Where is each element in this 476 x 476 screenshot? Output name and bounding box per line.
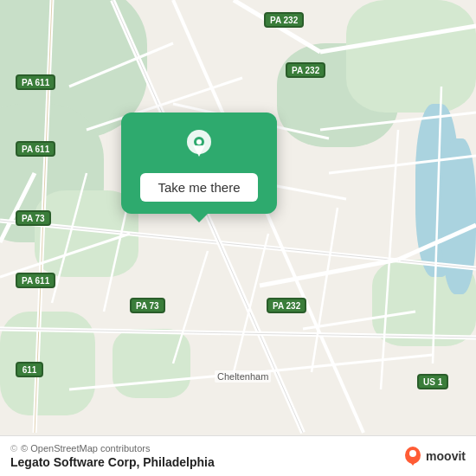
tooltip-card: Take me there <box>121 113 277 214</box>
take-me-there-button[interactable]: Take me there <box>140 173 257 202</box>
copyright-icon: © <box>10 443 17 453</box>
highway-shield-pa232-3: PA 232 <box>267 298 306 313</box>
green-area <box>346 0 476 113</box>
highway-shield-pa611-2: PA 611 <box>16 141 55 157</box>
bottom-bar: © © OpenStreetMap contributors Legato So… <box>0 435 476 476</box>
highway-shield-pa73-2: PA 73 <box>130 298 165 313</box>
highway-shield-us1: US 1 <box>417 374 448 389</box>
attribution: © © OpenStreetMap contributors <box>10 443 215 453</box>
highway-shield-611: 611 <box>16 362 43 377</box>
highway-shield-pa73-1: PA 73 <box>16 210 51 226</box>
map-container: PA 232 PA 232 PA 611 PA 611 PA 611 PA 73… <box>0 0 476 476</box>
green-area <box>113 329 190 398</box>
highway-shield-pa232-2: PA 232 <box>286 62 325 78</box>
water-feature <box>441 138 476 294</box>
highway-shield-pa611-1: PA 611 <box>16 74 55 90</box>
location-title: Legato Software Corp, Philadelphia <box>10 455 215 469</box>
moovit-text: moovit <box>426 449 466 463</box>
place-label-cheltenham: Cheltenham <box>215 370 271 383</box>
svg-point-36 <box>409 450 416 457</box>
moovit-logo: moovit <box>403 445 466 467</box>
location-pin-icon <box>180 126 218 164</box>
highway-shield-pa611-3: PA 611 <box>16 273 55 288</box>
moovit-pin-icon <box>403 445 422 467</box>
svg-point-33 <box>196 139 202 145</box>
highway-shield-pa232-1: PA 232 <box>264 12 304 28</box>
green-area <box>0 312 95 415</box>
